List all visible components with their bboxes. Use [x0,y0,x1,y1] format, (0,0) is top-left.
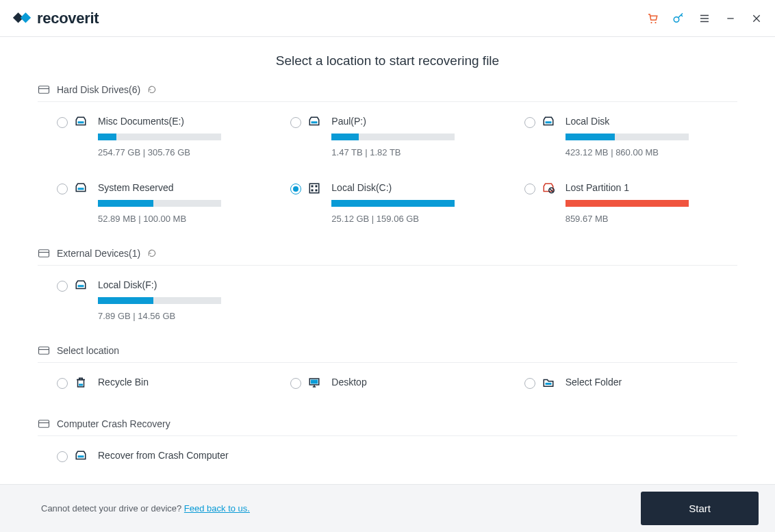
drive-section-icon [38,418,50,430]
drive-item[interactable]: Misc Documents(E:)254.77 GB | 305.76 GB [57,116,270,157]
footer-text: Cannot detect your drive or device? Feed… [41,503,250,514]
drive-item[interactable]: Local Disk(F:)7.89 GB | 14.56 GB [57,279,270,321]
section-header-ext: External Devices(1) [38,247,737,266]
drive-name: Recover from Crash Computer [98,450,270,461]
drive-size: 25.12 GB | 159.06 GB [331,214,503,224]
disk-icon [75,450,87,462]
drive-size: 7.89 GB | 14.56 GB [98,311,270,321]
drive-radio[interactable] [57,183,68,194]
usage-bar [566,134,689,140]
drive-radio[interactable] [290,183,301,194]
titlebar-icons [646,12,763,25]
section-title-loc: Select location [57,345,119,356]
system-icon [308,182,320,194]
section-title-ext: External Devices(1) [57,248,140,259]
drive-item[interactable]: Paul(P:)1.47 TB | 1.82 TB [290,116,503,157]
disk-icon [75,116,87,128]
lost-icon [542,182,555,194]
drive-name: Select Folder [566,377,737,388]
feedback-link[interactable]: Feed back to us. [184,503,250,514]
usage-bar [98,297,221,304]
usage-bar [98,134,221,140]
app-name: recoverit [37,10,99,27]
drive-section-icon [38,84,50,96]
app-logo: recoverit [12,9,99,28]
start-button[interactable]: Start [641,492,759,525]
page-title: Select a location to start recovering fi… [38,53,737,68]
svg-point-23 [674,16,679,22]
ext-grid: Local Disk(F:)7.89 GB | 14.56 GB [38,279,737,321]
drive-name: Misc Documents(E:) [98,116,270,127]
drive-section-icon [38,247,50,259]
drive-radio[interactable] [57,281,68,292]
drive-item[interactable]: Select Folder [524,377,737,394]
svg-rect-20 [21,12,31,23]
footer: Cannot detect your drive or device? Feed… [0,484,775,532]
section-header-loc: Select location [38,344,737,363]
refresh-icon[interactable] [147,249,157,258]
minimize-icon[interactable] [724,12,737,25]
disk-icon [75,279,87,292]
drive-name: Local Disk(F:) [98,279,270,290]
drive-size: 423.12 MB | 860.00 MB [566,147,737,157]
drive-item[interactable]: System Reserved52.89 MB | 100.00 MB [57,182,270,224]
drive-radio[interactable] [524,117,535,128]
svg-point-21 [650,21,652,23]
drive-name: Desktop [331,377,503,388]
drive-radio[interactable] [290,378,301,389]
drive-section-icon [38,344,50,357]
drive-name: Paul(P:) [331,116,503,127]
usage-bar [566,200,689,207]
hdd-grid: Misc Documents(E:)254.77 GB | 305.76 GBP… [38,116,737,224]
drive-item[interactable]: Recover from Crash Computer [57,450,270,468]
usage-bar [331,200,455,207]
section-title-hdd: Hard Disk Drives(6) [57,84,140,95]
crash-grid: Recover from Crash Computer [38,450,737,468]
disk-icon [308,116,320,128]
logo-mark-icon [12,9,31,28]
section-title-crash: Computer Crash Recovery [57,418,170,429]
drive-name: System Reserved [98,182,270,193]
titlebar: recoverit [0,0,775,37]
usage-bar [331,134,455,140]
key-icon[interactable] [672,12,685,25]
drive-name: Local Disk [566,116,737,127]
drive-item[interactable]: Recycle Bin [57,377,270,394]
monitor-icon [308,377,320,389]
refresh-icon[interactable] [147,85,157,94]
drive-size: 254.77 GB | 305.76 GB [98,147,270,157]
disk-icon [75,182,87,194]
folder-icon [542,377,555,389]
loc-grid: Recycle BinDesktopSelect Folder [38,377,737,394]
drive-radio[interactable] [57,451,68,462]
close-icon[interactable] [750,12,763,25]
drive-item[interactable]: Local Disk423.12 MB | 860.00 MB [524,116,737,157]
drive-name: Local Disk(C:) [331,182,503,193]
disk-icon [542,116,555,128]
drive-size: 1.47 TB | 1.82 TB [331,147,503,157]
drive-size: 52.89 MB | 100.00 MB [98,214,270,224]
drive-item[interactable]: Desktop [290,377,503,394]
bin-icon [75,377,87,389]
drive-size: 859.67 MB [566,214,737,224]
section-header-hdd: Hard Disk Drives(6) [38,84,737,102]
drive-radio[interactable] [57,117,68,128]
drive-radio[interactable] [524,183,535,194]
drive-item[interactable]: Lost Partition 1859.67 MB [524,182,737,224]
drive-name: Recycle Bin [98,377,270,388]
cart-icon[interactable] [646,12,659,25]
footer-prompt: Cannot detect your drive or device? [41,503,184,514]
drive-name: Lost Partition 1 [566,182,737,193]
menu-icon[interactable] [698,12,711,25]
section-header-crash: Computer Crash Recovery [38,418,737,436]
usage-bar [98,200,221,207]
drive-radio[interactable] [57,378,68,389]
drive-radio[interactable] [290,117,301,128]
drive-radio[interactable] [524,378,535,389]
drive-item[interactable]: Local Disk(C:)25.12 GB | 159.06 GB [290,182,503,224]
main-content: Select a location to start recovering fi… [0,37,775,484]
svg-point-22 [655,21,656,23]
